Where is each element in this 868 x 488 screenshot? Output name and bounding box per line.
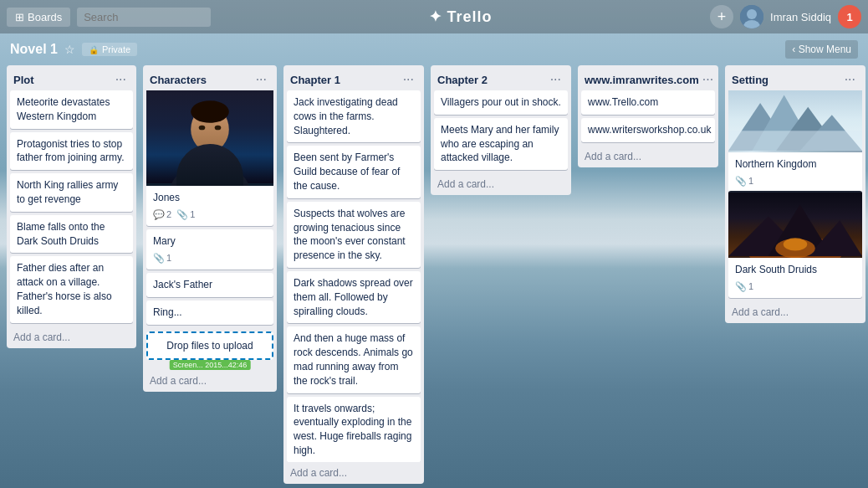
- attach-icon: 📎: [176, 208, 188, 221]
- list-website-menu-button[interactable]: ···: [699, 72, 717, 87]
- username-label: Imran Siddiq: [770, 11, 831, 23]
- list-website: www.imranwrites.com ··· www.Trello.com w…: [578, 65, 718, 167]
- notif-count: 1: [846, 11, 852, 23]
- attachments-count: 📎 1: [735, 280, 753, 293]
- attach-icon: 📎: [735, 175, 747, 187]
- list-website-cards: www.Trello.com www.writersworkshop.co.uk: [578, 90, 718, 146]
- add-button[interactable]: +: [710, 5, 733, 28]
- svg-rect-18: [728, 131, 862, 152]
- list-setting: Setting ···: [725, 65, 865, 323]
- list-item[interactable]: Dark South Druids 📎 1: [728, 191, 862, 298]
- list-setting-title: Setting: [732, 74, 768, 86]
- avatar: [740, 5, 763, 28]
- jones-card-image: [146, 90, 273, 186]
- add-website-card-button[interactable]: Add a card...: [578, 146, 718, 167]
- list-item[interactable]: And then a huge mass of rock descends. A…: [287, 326, 421, 393]
- list-item[interactable]: Jack's Father: [146, 273, 273, 297]
- drop-badge: Screen... 2015...42:46: [170, 360, 251, 370]
- svg-marker-10: [194, 145, 210, 183]
- list-setting-cards: Northern Kingdom 📎 1: [725, 90, 865, 301]
- add-characters-card-button[interactable]: Add a card...: [143, 370, 277, 392]
- list-plot-title: Plot: [13, 74, 34, 86]
- list-item[interactable]: Meteorite devastates Western Kingdom: [10, 90, 133, 129]
- add-chapter2-card-button[interactable]: Add a card...: [431, 173, 571, 195]
- list-chapter2: Chapter 2 ··· Villagers pour out in shoc…: [431, 65, 571, 195]
- board-titlebar: Novel 1 Private Show Menu: [0, 33, 868, 65]
- list-setting-menu-button[interactable]: ···: [841, 72, 859, 87]
- show-menu-label: Show Menu: [799, 44, 851, 55]
- add-chapter1-card-button[interactable]: Add a card...: [283, 462, 424, 484]
- comment-icon: 💬: [153, 208, 165, 221]
- board-title: Novel 1: [10, 42, 58, 57]
- privacy-label: Private: [102, 44, 130, 54]
- list-characters-title: Characters: [150, 74, 207, 86]
- list-website-title: www.imranwrites.com: [585, 74, 699, 86]
- chevron-left-icon: [792, 44, 795, 55]
- list-chapter1-title: Chapter 1: [290, 74, 340, 86]
- list-item[interactable]: Villagers pour out in shock.: [434, 90, 568, 115]
- list-item[interactable]: Dark shadows spread over them all. Follo…: [287, 271, 421, 323]
- northern-kingdom-image: [728, 90, 862, 152]
- list-chapter1: Chapter 1 ··· Jack investigating dead co…: [283, 65, 424, 484]
- grid-icon: ⊞: [15, 11, 24, 23]
- list-item[interactable]: Blame falls onto the Dark South Druids: [10, 215, 133, 254]
- show-menu-button[interactable]: Show Menu: [785, 40, 858, 59]
- attachments-count: 📎 1: [176, 208, 195, 221]
- list-item[interactable]: Mary 📎 1: [146, 229, 273, 270]
- list-chapter2-title: Chapter 2: [437, 74, 488, 86]
- trello-logo: ✦ Trello: [217, 8, 703, 26]
- boards-label: Boards: [28, 11, 62, 23]
- board-content: Plot ··· Meteorite devastates Western Ki…: [0, 65, 868, 484]
- search-input[interactable]: [77, 8, 211, 27]
- list-chapter1-cards: Jack investigating dead cows in the farm…: [283, 90, 424, 462]
- lock-icon: [89, 44, 99, 54]
- svg-point-9: [215, 126, 222, 131]
- plus-icon: +: [717, 8, 727, 26]
- add-setting-card-button[interactable]: Add a card...: [725, 301, 865, 323]
- list-item[interactable]: Northern Kingdom 📎 1: [728, 90, 862, 193]
- list-chapter2-cards: Villagers pour out in shock. Meets Mary …: [431, 90, 571, 173]
- list-item[interactable]: Ring...: [146, 301, 273, 325]
- svg-point-4: [171, 163, 250, 186]
- header: ⊞ Boards ✦ Trello + Imran Siddiq 1: [0, 0, 868, 33]
- dark-south-druids-image: [728, 191, 862, 258]
- attachments-count: 📎 1: [735, 175, 753, 187]
- svg-marker-12: [206, 145, 214, 183]
- boards-button[interactable]: ⊞ Boards: [7, 8, 70, 27]
- list-item[interactable]: Been sent by Farmer's Guild because of f…: [287, 146, 421, 198]
- attach-icon: 📎: [735, 280, 747, 293]
- list-item[interactable]: Meets Mary and her family who are escapi…: [434, 118, 568, 170]
- board-privacy: Private: [82, 43, 137, 56]
- comments-count: 💬 2: [153, 208, 171, 221]
- list-plot: Plot ··· Meteorite devastates Western Ki…: [7, 65, 136, 348]
- list-chapter2-menu-button[interactable]: ···: [547, 72, 564, 87]
- list-characters-menu-button[interactable]: ···: [253, 72, 270, 87]
- svg-point-1: [747, 9, 757, 19]
- list-item[interactable]: Father dies after an attack on a village…: [10, 256, 133, 322]
- svg-point-7: [191, 100, 229, 123]
- drop-zone: Drop files to upload Screen... 2015...42…: [146, 331, 273, 360]
- svg-marker-11: [210, 145, 226, 183]
- list-item[interactable]: North King rallies army to get revenge: [10, 173, 133, 212]
- notifications-button[interactable]: 1: [838, 5, 861, 28]
- star-icon[interactable]: [64, 43, 75, 56]
- list-item[interactable]: Jones 💬 2 📎 1: [146, 90, 273, 226]
- list-item[interactable]: www.Trello.com: [581, 90, 715, 115]
- list-item[interactable]: Suspects that wolves are growing tenacio…: [287, 202, 421, 268]
- list-chapter1-menu-button[interactable]: ···: [400, 72, 417, 87]
- svg-point-25: [784, 238, 808, 250]
- list-item[interactable]: Protagonist tries to stop father from jo…: [10, 132, 133, 171]
- list-plot-cards: Meteorite devastates Western Kingdom Pro…: [7, 90, 136, 326]
- attach-icon: 📎: [153, 252, 165, 265]
- list-characters-cards: Jones 💬 2 📎 1 Mary 📎: [143, 90, 277, 328]
- list-item[interactable]: www.writersworkshop.co.uk: [581, 118, 715, 142]
- attachments-count: 📎 1: [153, 252, 171, 265]
- list-plot-menu-button[interactable]: ···: [112, 72, 130, 87]
- list-item[interactable]: It travels onwards; eventually exploding…: [287, 397, 421, 462]
- header-right: + Imran Siddiq 1: [710, 5, 861, 28]
- list-item[interactable]: Jack investigating dead cows in the farm…: [287, 90, 421, 142]
- list-characters: Characters ···: [143, 65, 277, 392]
- svg-point-8: [199, 126, 206, 131]
- add-plot-card-button[interactable]: Add a card...: [7, 326, 136, 348]
